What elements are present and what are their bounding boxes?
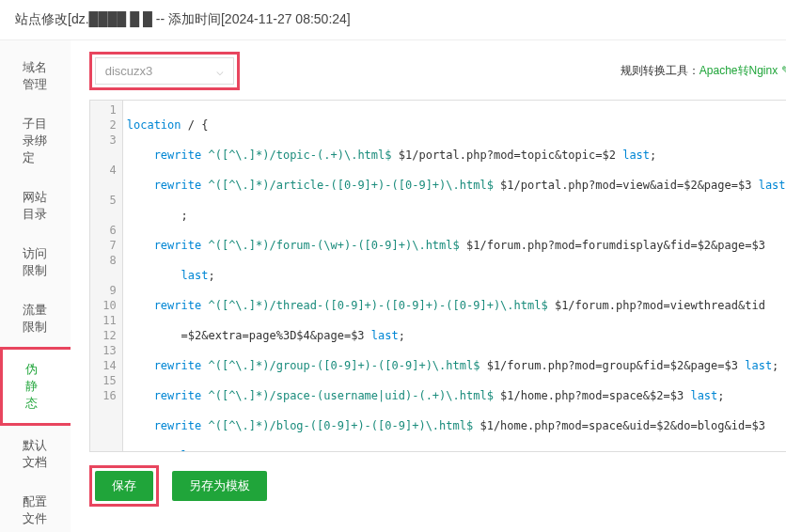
top-row: discuzx3 ⌵ 规则转换工具：Apache转Nginx ✎ <box>89 52 786 90</box>
template-select[interactable]: discuzx3 ⌵ <box>95 57 234 85</box>
button-row: 保存 另存为模板 <box>89 465 786 507</box>
chevron-down-icon: ⌵ <box>216 64 224 78</box>
header-title: 站点修改[dz.████ █ █ -- 添加时间[2024-11-27 08:5… <box>15 11 351 26</box>
sidebar-item-domain[interactable]: 域名管理 <box>0 48 71 104</box>
tool-link-area: 规则转换工具：Apache转Nginx ✎ <box>621 63 786 79</box>
save-template-button[interactable]: 另存为模板 <box>172 471 267 501</box>
sidebar-item-access[interactable]: 访问限制 <box>0 234 71 290</box>
page-header: 站点修改[dz.████ █ █ -- 添加时间[2024-11-27 08:5… <box>0 0 786 40</box>
sidebar-item-defaultdoc[interactable]: 默认文档 <box>0 426 71 482</box>
sidebar-item-subdir[interactable]: 子目录绑定 <box>0 104 71 178</box>
line-gutter: 12345678910111213141516 <box>90 101 123 451</box>
save-highlight: 保存 <box>89 465 159 507</box>
sidebar-item-sitedir[interactable]: 网站目录 <box>0 178 71 234</box>
sidebar-item-config[interactable]: 配置文件 <box>0 482 71 532</box>
sidebar-item-traffic[interactable]: 流量限制 <box>0 290 71 347</box>
tool-label: 规则转换工具： <box>621 64 700 77</box>
main-container: 域名管理 子目录绑定 网站目录 访问限制 流量限制 伪静态 默认文档 配置文件 … <box>0 40 786 532</box>
code-area[interactable]: location / { rewrite ^([^\.]*)/topic-(.+… <box>123 101 786 451</box>
sidebar: 域名管理 子目录绑定 网站目录 访问限制 流量限制 伪静态 默认文档 配置文件 … <box>0 40 71 532</box>
sidebar-item-rewrite[interactable]: 伪静态 <box>0 347 71 426</box>
main-panel: discuzx3 ⌵ 规则转换工具：Apache转Nginx ✎ 1234567… <box>71 40 786 532</box>
select-value: discuzx3 <box>105 64 153 78</box>
save-button[interactable]: 保存 <box>95 471 153 501</box>
template-select-highlight: discuzx3 ⌵ <box>89 52 240 90</box>
tool-link[interactable]: Apache转Nginx ✎ <box>700 64 786 77</box>
code-editor[interactable]: 12345678910111213141516 location / { rew… <box>89 100 786 452</box>
